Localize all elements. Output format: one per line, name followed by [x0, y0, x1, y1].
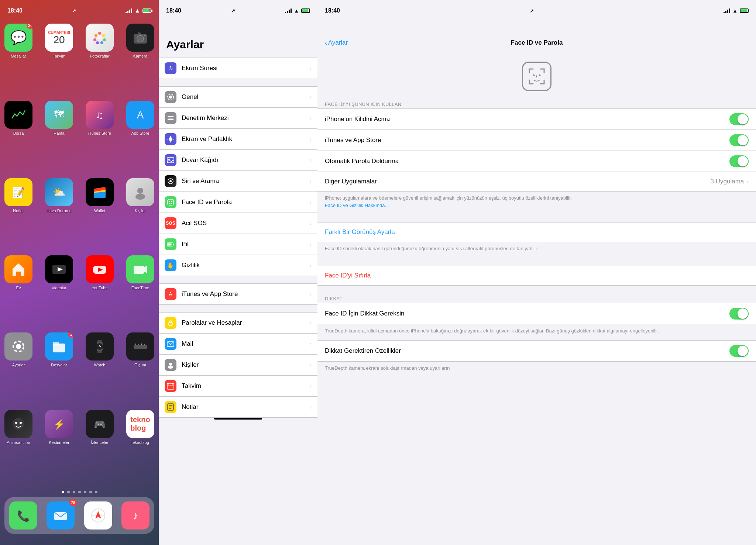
contacts-label: Kişiler [135, 208, 146, 213]
app-animoji[interactable]: Animsatıcılar [2, 410, 35, 480]
itunes-settings-label: iTunes ve App Store [182, 290, 307, 298]
videos-label: Videolar [52, 286, 66, 290]
calendar-date: 20 [53, 35, 65, 45]
settings-row-calendar[interactable]: Takvim › [159, 376, 317, 397]
faceid-privacy-link[interactable]: Face ID ve Gizlilik Hakkında... [325, 203, 389, 208]
settings-group-3: A iTunes ve App Store › [159, 283, 317, 305]
svg-point-5 [96, 41, 99, 44]
settings-group-1: ⏱ Ekran Süresi › [159, 58, 317, 79]
home-screen: 18:40 ↗ ▲ 💬 24 Mesajlar [0, 0, 159, 545]
action-group-1: Farklı Bir Görünüş Ayarla [317, 222, 756, 242]
svg-point-23 [137, 188, 143, 194]
settings-row-notes[interactable]: Notlar › [159, 397, 317, 417]
home-label: Ev [16, 286, 21, 290]
app-watch[interactable]: Watch [83, 332, 116, 402]
svg-point-77 [171, 201, 172, 202]
attention-faceid-label: Face ID İçin Dikkat Gereksin [325, 310, 729, 317]
app-messages[interactable]: 💬 24 Mesajlar [2, 24, 35, 93]
settings-row-ekran-suresi[interactable]: ⏱ Ekran Süresi › [159, 58, 317, 79]
app-maps[interactable]: 🗺 Harita [42, 101, 76, 170]
settings-row-parolalar[interactable]: Parolalar ve Hesaplar › [159, 313, 317, 334]
settings-row-acil[interactable]: SOS Acil SOS › [159, 213, 317, 234]
app-youtube[interactable]: YouTube [83, 255, 116, 325]
faceid-status-icons: ▲ [724, 8, 749, 14]
settings-row-mail[interactable]: Mail › [159, 334, 317, 355]
settings-row-contacts[interactable]: Kişiler › [159, 355, 317, 376]
app-calendar[interactable]: Cumartesi 20 Takvim [42, 24, 76, 93]
app-stocks[interactable]: Borsa [2, 101, 35, 170]
settings-row-itunes[interactable]: A iTunes ve App Store › [159, 284, 317, 304]
app-facetime[interactable]: FaceTime [124, 255, 157, 325]
svg-text:✋: ✋ [167, 262, 174, 269]
facetime-icon [132, 261, 148, 277]
genel-chevron: › [310, 94, 312, 100]
faceid-list-icon [165, 196, 176, 208]
settings-row-faceid[interactable]: Face ID ve Parola › [159, 192, 317, 213]
app-shortcuts[interactable]: ⚡ Kestirmeler [42, 410, 76, 480]
app-measure[interactable]: Ölçüm [124, 332, 157, 402]
attention-header: DİKKAT [317, 293, 756, 303]
unlock-toggle[interactable] [729, 113, 749, 125]
settings-row-denetim[interactable]: Denetim Merkezi › [159, 108, 317, 129]
app-itunes[interactable]: ♫ iTunes Store [83, 101, 116, 170]
itunes-toggle[interactable] [729, 134, 749, 146]
svg-rect-37 [97, 340, 102, 342]
svg-point-6 [93, 38, 96, 41]
settings-group-2: Genel › Denetim Merkezi › Ekran ve Parla… [159, 86, 317, 276]
app-contacts[interactable]: Kişiler [124, 178, 157, 248]
svg-point-3 [103, 38, 106, 41]
calendar-settings-chevron: › [310, 383, 312, 389]
gizlilik-label: Gizlilik [182, 262, 307, 269]
attention-toggle[interactable] [729, 308, 749, 320]
different-look-description: Face ID sürekli olarak nasıl göründüğünü… [317, 242, 756, 258]
dock-music[interactable]: ♪ [121, 501, 150, 530]
app-camera[interactable]: Kamera [124, 24, 157, 93]
page-dot-1 [62, 491, 64, 493]
weather-icon: ⛅ [51, 184, 67, 200]
autofill-toggle[interactable] [729, 155, 749, 167]
different-look-row[interactable]: Farklı Bir Görünüş Ayarla [317, 223, 756, 242]
dock-phone[interactable]: 📞 [9, 501, 37, 530]
shortcuts-label: Kestirmeler [49, 440, 69, 445]
settings-row-ekran-parlaklik[interactable]: Ekran ve Parlaklık › [159, 129, 317, 150]
attention-features-toggle[interactable] [729, 345, 749, 357]
reset-faceid-row[interactable]: Face ID'yi Sıfırla [317, 266, 756, 285]
app-files[interactable]: 1 Dosyalar [42, 332, 76, 402]
dock-safari[interactable] [84, 501, 112, 530]
notes-label: Notlar [13, 208, 24, 213]
izlenceler-label: İzlenceler [91, 440, 108, 445]
app-teknoblog[interactable]: teknoblog teknoblog [124, 410, 157, 480]
toggle-row-other-apps[interactable]: Diğer Uygulamalar 3 Uygulama › [317, 172, 756, 191]
files-icon [51, 338, 67, 355]
toggle-row-attention: Face ID İçin Dikkat Gereksin [317, 303, 756, 324]
ekran-suresi-icon: ⏱ [165, 62, 176, 74]
settings-row-gizlilik[interactable]: ✋ Gizlilik › [159, 255, 317, 276]
app-izlenceler[interactable]: 🎮 İzlenceler [83, 410, 116, 480]
different-look-label: Farklı Bir Görünüş Ayarla [325, 228, 749, 236]
app-wallet[interactable]: Wallet [83, 178, 116, 248]
app-notes[interactable]: 📝 Notlar [2, 178, 35, 248]
app-home[interactable]: Ev [2, 255, 35, 325]
wifi-icon: ▲ [134, 7, 140, 14]
settings-row-pil[interactable]: Pil › [159, 234, 317, 255]
settings-row-siri[interactable]: Siri ve Arama › [159, 171, 317, 192]
app-weather[interactable]: ⛅ Hava Durumu [42, 178, 76, 248]
siri-icon [165, 175, 176, 187]
spacer-3 [317, 286, 756, 293]
faceid-battery [740, 8, 749, 13]
app-videos[interactable]: Videolar [42, 255, 76, 325]
dock-mail[interactable]: 78 [47, 501, 75, 530]
files-label: Dosyalar [51, 363, 67, 367]
app-appstore[interactable]: A App Store [124, 101, 157, 170]
settings-row-duvar[interactable]: Duvar Kâğıdı › [159, 150, 317, 171]
ekran-suresi-label: Ekran Süresi [182, 65, 307, 72]
svg-rect-30 [134, 266, 144, 274]
faceid-back-button[interactable]: ‹ Ayarlar [325, 38, 348, 47]
calendar-settings-icon [165, 380, 176, 392]
parolalar-chevron: › [310, 320, 312, 326]
svg-point-7 [94, 34, 97, 37]
settings-arrow: ↗ [231, 8, 235, 14]
settings-row-genel[interactable]: Genel › [159, 87, 317, 108]
app-settings[interactable]: Ayarlar [2, 332, 35, 402]
app-photos[interactable]: Fotoğraflar [83, 24, 116, 93]
